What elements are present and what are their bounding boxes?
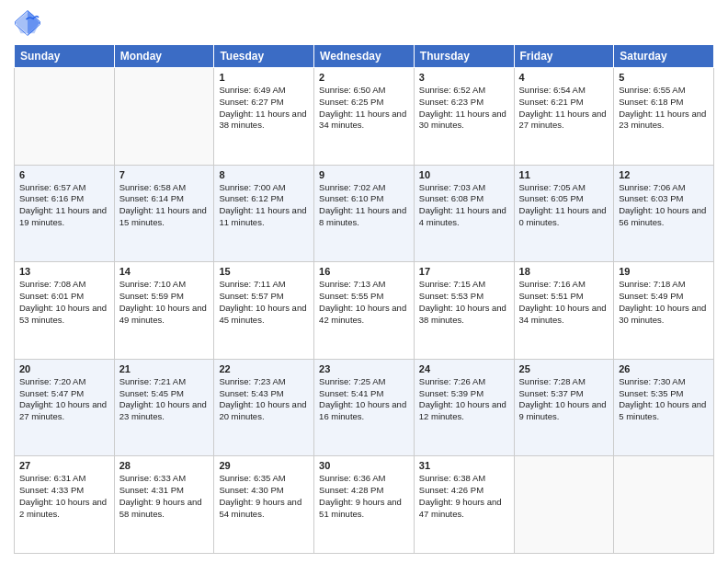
day-info: Sunrise: 7:13 AM Sunset: 5:55 PM Dayligh… [319,279,409,326]
col-saturday: Saturday [614,45,714,68]
table-row: 2Sunrise: 6:50 AM Sunset: 6:25 PM Daylig… [314,68,415,166]
day-info: Sunrise: 7:15 AM Sunset: 5:53 PM Dayligh… [419,279,509,326]
day-number: 16 [319,266,409,277]
table-row: 14Sunrise: 7:10 AM Sunset: 5:59 PM Dayli… [114,262,214,360]
table-row: 11Sunrise: 7:05 AM Sunset: 6:05 PM Dayli… [514,165,614,262]
day-info: Sunrise: 7:28 AM Sunset: 5:37 PM Dayligh… [519,376,609,423]
day-info: Sunrise: 7:21 AM Sunset: 5:45 PM Dayligh… [119,376,210,423]
table-row: 3Sunrise: 6:52 AM Sunset: 6:23 PM Daylig… [414,68,514,166]
day-info: Sunrise: 6:36 AM Sunset: 4:28 PM Dayligh… [319,473,409,520]
day-info: Sunrise: 7:06 AM Sunset: 6:03 PM Dayligh… [619,182,709,229]
table-row: 25Sunrise: 7:28 AM Sunset: 5:37 PM Dayli… [514,359,614,456]
table-row: 24Sunrise: 7:26 AM Sunset: 5:39 PM Dayli… [414,359,514,456]
day-number: 2 [319,72,409,83]
day-number: 26 [619,363,709,374]
day-info: Sunrise: 7:25 AM Sunset: 5:41 PM Dayligh… [319,376,409,423]
day-info: Sunrise: 7:08 AM Sunset: 6:01 PM Dayligh… [19,279,109,326]
day-number: 13 [19,266,109,277]
day-number: 8 [219,169,309,180]
table-row: 9Sunrise: 7:02 AM Sunset: 6:10 PM Daylig… [314,165,415,262]
col-sunday: Sunday [15,45,115,68]
table-row: 28Sunrise: 6:33 AM Sunset: 4:31 PM Dayli… [114,456,214,554]
day-number: 12 [619,169,709,180]
calendar-week-row: 6Sunrise: 6:57 AM Sunset: 6:16 PM Daylig… [15,165,714,262]
calendar-week-row: 1Sunrise: 6:49 AM Sunset: 6:27 PM Daylig… [15,68,714,166]
table-row [15,68,115,166]
table-row: 6Sunrise: 6:57 AM Sunset: 6:16 PM Daylig… [15,165,115,262]
calendar-header-row: Sunday Monday Tuesday Wednesday Thursday… [15,45,714,68]
day-number: 18 [519,266,609,277]
day-info: Sunrise: 6:35 AM Sunset: 4:30 PM Dayligh… [219,473,309,520]
table-row: 13Sunrise: 7:08 AM Sunset: 6:01 PM Dayli… [15,262,115,360]
day-number: 15 [219,266,309,277]
table-row: 4Sunrise: 6:54 AM Sunset: 6:21 PM Daylig… [514,68,614,166]
day-number: 25 [519,363,609,374]
col-wednesday: Wednesday [314,45,415,68]
day-number: 11 [519,169,609,180]
table-row: 29Sunrise: 6:35 AM Sunset: 4:30 PM Dayli… [214,456,314,554]
day-number: 19 [619,266,709,277]
table-row: 17Sunrise: 7:15 AM Sunset: 5:53 PM Dayli… [414,262,514,360]
table-row: 7Sunrise: 6:58 AM Sunset: 6:14 PM Daylig… [114,165,214,262]
table-row: 21Sunrise: 7:21 AM Sunset: 5:45 PM Dayli… [114,359,214,456]
day-number: 7 [119,169,210,180]
table-row: 27Sunrise: 6:31 AM Sunset: 4:33 PM Dayli… [15,456,115,554]
day-info: Sunrise: 7:23 AM Sunset: 5:43 PM Dayligh… [219,376,309,423]
day-info: Sunrise: 7:05 AM Sunset: 6:05 PM Dayligh… [519,182,609,229]
calendar-week-row: 20Sunrise: 7:20 AM Sunset: 5:47 PM Dayli… [15,359,714,456]
table-row: 8Sunrise: 7:00 AM Sunset: 6:12 PM Daylig… [214,165,314,262]
day-number: 21 [119,363,210,374]
day-info: Sunrise: 6:38 AM Sunset: 4:26 PM Dayligh… [419,473,509,520]
day-number: 27 [19,460,109,471]
day-number: 28 [119,460,210,471]
col-friday: Friday [514,45,614,68]
day-number: 31 [419,460,509,471]
day-info: Sunrise: 6:50 AM Sunset: 6:25 PM Dayligh… [319,85,409,132]
day-number: 4 [519,72,609,83]
day-info: Sunrise: 7:02 AM Sunset: 6:10 PM Dayligh… [319,182,409,229]
day-info: Sunrise: 7:26 AM Sunset: 5:39 PM Dayligh… [419,376,509,423]
calendar-week-row: 13Sunrise: 7:08 AM Sunset: 6:01 PM Dayli… [15,262,714,360]
table-row: 31Sunrise: 6:38 AM Sunset: 4:26 PM Dayli… [414,456,514,554]
day-info: Sunrise: 6:31 AM Sunset: 4:33 PM Dayligh… [19,473,109,520]
table-row: 19Sunrise: 7:18 AM Sunset: 5:49 PM Dayli… [614,262,714,360]
day-number: 14 [119,266,210,277]
day-info: Sunrise: 7:20 AM Sunset: 5:47 PM Dayligh… [19,376,109,423]
calendar: Sunday Monday Tuesday Wednesday Thursday… [14,44,714,554]
day-number: 23 [319,363,409,374]
day-info: Sunrise: 7:16 AM Sunset: 5:51 PM Dayligh… [519,279,609,326]
day-info: Sunrise: 6:33 AM Sunset: 4:31 PM Dayligh… [119,473,210,520]
day-number: 22 [219,363,309,374]
table-row: 20Sunrise: 7:20 AM Sunset: 5:47 PM Dayli… [15,359,115,456]
day-info: Sunrise: 7:30 AM Sunset: 5:35 PM Dayligh… [619,376,709,423]
day-number: 6 [19,169,109,180]
day-info: Sunrise: 6:54 AM Sunset: 6:21 PM Dayligh… [519,85,609,132]
day-number: 30 [319,460,409,471]
table-row: 5Sunrise: 6:55 AM Sunset: 6:18 PM Daylig… [614,68,714,166]
table-row: 15Sunrise: 7:11 AM Sunset: 5:57 PM Dayli… [214,262,314,360]
col-tuesday: Tuesday [214,45,314,68]
col-monday: Monday [114,45,214,68]
day-info: Sunrise: 6:55 AM Sunset: 6:18 PM Dayligh… [619,85,709,132]
col-thursday: Thursday [414,45,514,68]
day-info: Sunrise: 6:58 AM Sunset: 6:14 PM Dayligh… [119,182,210,229]
day-number: 10 [419,169,509,180]
table-row: 26Sunrise: 7:30 AM Sunset: 5:35 PM Dayli… [614,359,714,456]
table-row: 12Sunrise: 7:06 AM Sunset: 6:03 PM Dayli… [614,165,714,262]
day-number: 20 [19,363,109,374]
table-row: 16Sunrise: 7:13 AM Sunset: 5:55 PM Dayli… [314,262,415,360]
day-info: Sunrise: 7:03 AM Sunset: 6:08 PM Dayligh… [419,182,509,229]
day-number: 5 [619,72,709,83]
calendar-week-row: 27Sunrise: 6:31 AM Sunset: 4:33 PM Dayli… [15,456,714,554]
table-row: 10Sunrise: 7:03 AM Sunset: 6:08 PM Dayli… [414,165,514,262]
day-number: 1 [219,72,309,83]
day-info: Sunrise: 7:18 AM Sunset: 5:49 PM Dayligh… [619,279,709,326]
day-number: 29 [219,460,309,471]
day-info: Sunrise: 7:10 AM Sunset: 5:59 PM Dayligh… [119,279,210,326]
day-number: 17 [419,266,509,277]
day-number: 3 [419,72,509,83]
table-row: 23Sunrise: 7:25 AM Sunset: 5:41 PM Dayli… [314,359,415,456]
day-info: Sunrise: 7:00 AM Sunset: 6:12 PM Dayligh… [219,182,309,229]
day-info: Sunrise: 6:52 AM Sunset: 6:23 PM Dayligh… [419,85,509,132]
day-info: Sunrise: 7:11 AM Sunset: 5:57 PM Dayligh… [219,279,309,326]
